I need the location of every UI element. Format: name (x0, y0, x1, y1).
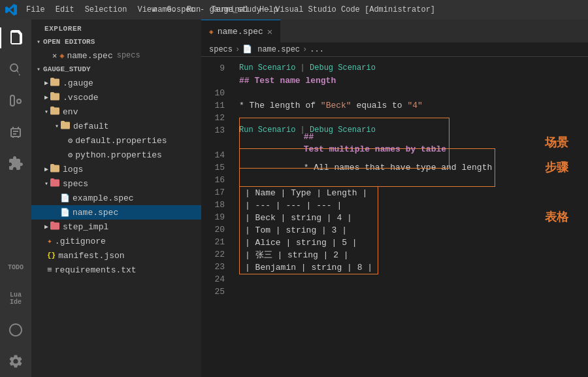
open-editors-arrow: ▾ (37, 38, 41, 46)
tree-specs-folder[interactable]: ▾ specs (31, 176, 201, 191)
breadcrumb-sep1: › (235, 45, 240, 54)
window-title: name.spec - gauge_study - Visual Studio … (153, 5, 435, 14)
menu-selection[interactable]: Selection (81, 4, 131, 16)
tree-default-properties[interactable]: ⚙ default.properties (31, 133, 201, 148)
activity-debug[interactable] (0, 116, 31, 148)
env-folder-icon (50, 105, 60, 116)
activity-gauge-bottom[interactable] (0, 314, 31, 346)
tab-name-spec[interactable]: ◈ name.spec ✕ (201, 20, 280, 42)
heading-text-1: Test name length (254, 74, 336, 87)
annotation-step: 步骤 (545, 161, 568, 174)
separator-1: | (295, 62, 310, 74)
activity-todo[interactable]: TODO (0, 252, 31, 283)
gauge-folder-label: .gauge (63, 78, 93, 88)
breadcrumb-filename[interactable]: name.spec (257, 45, 300, 54)
logs-folder-arrow: ▶ (44, 165, 48, 173)
settings-bottom-icon (8, 353, 24, 369)
run-link-1[interactable]: Run Scenario (239, 62, 295, 74)
annotation-table: 表格 (545, 211, 568, 223)
tab-close-button[interactable]: ✕ (267, 26, 272, 37)
tree-name-spec[interactable]: 📄 name.spec (31, 205, 201, 220)
breadcrumb-file-icon: 📄 (242, 44, 252, 54)
spec-file-icon: ◈ (59, 51, 64, 61)
table-line-19: | Beck | string | 4 | (240, 212, 378, 224)
example-spec-icon: 📄 (60, 193, 70, 203)
explorer-icon (8, 30, 24, 46)
explorer-header: EXPLORER (31, 20, 201, 35)
activity-bar: TODO LuaIde (0, 20, 31, 377)
vscode-folder-icon (50, 91, 60, 101)
table-line-18: | --- | --- | --- | (240, 199, 378, 212)
tree-default-folder[interactable]: ▾ default (31, 119, 201, 133)
env-folder-label: env (63, 107, 78, 117)
heading-marker-1: ## (239, 74, 254, 87)
gauge-bottom-icon (8, 322, 24, 338)
step-impl-folder-icon (50, 220, 60, 231)
heading-marker-2: ## (304, 132, 319, 142)
activity-lua[interactable]: LuaIde (0, 283, 31, 314)
code-editor[interactable]: 9 9 10 11 12 13 13 14 15 16 17 18 19 20 … (201, 57, 588, 377)
gauge-study-header[interactable]: ▾ GAUGE_STUDY (31, 63, 201, 76)
gauge-study-arrow: ▾ (37, 65, 41, 73)
activity-settings[interactable] (0, 346, 31, 377)
debug-icon (8, 124, 24, 140)
table-line-21: | Alice | string | 5 | (240, 237, 378, 249)
table-line-22: | 张三 | string | 2 | (240, 249, 378, 261)
line-numbers: 9 9 10 11 12 13 13 14 15 16 17 18 19 20 … (201, 57, 234, 377)
string-4: "4" (407, 99, 422, 112)
default-folder-icon (60, 120, 71, 130)
activity-explorer[interactable] (0, 22, 31, 54)
name-spec-icon: 📄 (60, 208, 70, 218)
breadcrumb-sep2: › (302, 45, 307, 54)
activity-extensions[interactable] (0, 148, 31, 179)
tree-gitignore[interactable]: ✦ .gitignore (31, 234, 201, 248)
tree-example-spec[interactable]: 📄 example.spec (31, 191, 201, 205)
activity-search[interactable] (0, 54, 31, 85)
scenario-box-13: ## Test multiple names by table (239, 118, 449, 169)
specs-folder-arrow: ▾ (44, 180, 48, 188)
open-file-folder: specs (117, 51, 140, 60)
tree-step-impl-folder[interactable]: ▶ step_impl (31, 220, 201, 234)
tree-requirements-txt[interactable]: ≡ requirements.txt (31, 263, 201, 277)
gitignore-icon: ✦ (47, 236, 52, 246)
step-impl-folder-arrow: ▶ (44, 223, 48, 231)
vscode-folder-arrow: ▶ (44, 93, 48, 101)
gitignore-label: .gitignore (55, 237, 106, 246)
default-folder-label: default (73, 122, 109, 131)
menu-file[interactable]: File (22, 4, 49, 16)
tree-env-folder[interactable]: ▾ env (31, 105, 201, 119)
vscode-logo-icon (5, 4, 17, 16)
annotation-scenario: 场景 (545, 137, 568, 149)
open-editors-label: OPEN EDITORS (43, 38, 95, 46)
activity-source-control[interactable] (0, 85, 31, 116)
code-content[interactable]: Run Scenario | Debug Scenario ## Test na… (234, 57, 588, 377)
requirements-txt-label: requirements.txt (55, 265, 137, 275)
line-13-heading: ## Test multiple names by table (239, 137, 588, 149)
debug-link-1[interactable]: Debug Scenario (310, 62, 376, 74)
table-box: | Name | Type | Length | | --- | --- | -… (239, 186, 378, 274)
gauge-study-label: GAUGE_STUDY (43, 65, 91, 73)
close-icon[interactable]: ✕ (52, 51, 57, 61)
string-beck: "Beck" (321, 99, 351, 112)
tree-python-properties[interactable]: ⚙ python.properties (31, 148, 201, 162)
menu-edit[interactable]: Edit (52, 4, 78, 16)
step-marker-1: * The length of (239, 99, 321, 112)
tree-gauge-folder[interactable]: ▶ .gauge (31, 76, 201, 90)
txt-icon: ≡ (47, 265, 52, 275)
line-10-empty (239, 87, 588, 99)
default-folder-arrow: ▾ (55, 122, 59, 130)
open-file-name-spec[interactable]: ✕ ◈ name.spec specs (31, 48, 201, 63)
tree-manifest-json[interactable]: {} manifest.json (31, 248, 201, 263)
breadcrumb-more[interactable]: ... (310, 45, 324, 54)
source-control-icon (8, 93, 24, 108)
tab-spec-icon: ◈ (209, 27, 214, 36)
open-editors-header[interactable]: ▾ OPEN EDITORS (31, 35, 201, 48)
specs-folder-label: specs (63, 179, 88, 189)
python-properties-icon: ⚙ (68, 150, 73, 160)
breadcrumb-specs[interactable]: specs (209, 45, 233, 54)
search-icon (8, 61, 24, 77)
tree-vscode-folder[interactable]: ▶ .vscode (31, 90, 201, 105)
tree-logs-folder[interactable]: ▶ logs (31, 162, 201, 176)
name-spec-label: name.spec (73, 208, 118, 218)
run-debug-1: Run Scenario | Debug Scenario (239, 62, 588, 74)
